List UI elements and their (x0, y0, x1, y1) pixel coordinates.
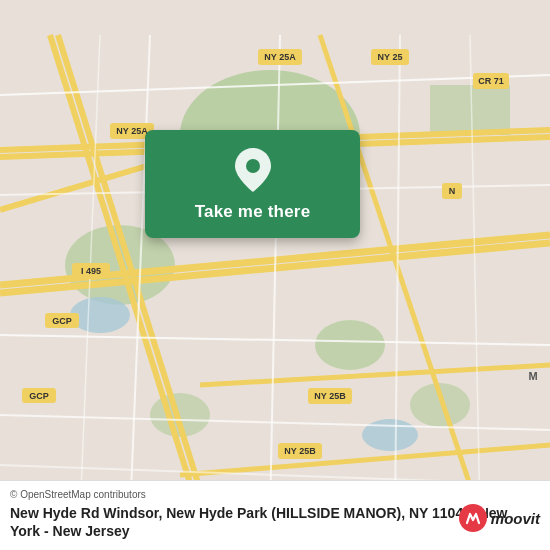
svg-point-51 (246, 159, 260, 173)
moovit-logo: moovit (459, 504, 540, 532)
map-svg: NY 25A NY 25A NY 25A NY 25 CR 71 N I 495… (0, 0, 550, 550)
svg-text:GCP: GCP (29, 391, 49, 401)
moovit-logo-icon (459, 504, 487, 532)
svg-text:I 495: I 495 (81, 266, 101, 276)
svg-text:GCP: GCP (52, 316, 72, 326)
svg-text:NY 25: NY 25 (378, 52, 403, 62)
take-me-there-button[interactable]: Take me there (195, 202, 311, 222)
moovit-brand-text: moovit (491, 510, 540, 527)
location-pin-icon (235, 148, 271, 192)
take-me-there-panel[interactable]: Take me there (145, 130, 360, 238)
svg-line-17 (180, 445, 550, 475)
map-container: NY 25A NY 25A NY 25A NY 25 CR 71 N I 495… (0, 0, 550, 550)
svg-text:NY 25A: NY 25A (116, 126, 148, 136)
svg-line-20 (0, 415, 550, 430)
bottom-bar: © OpenStreetMap contributors New Hyde Rd… (0, 480, 550, 550)
svg-line-19 (0, 335, 550, 345)
svg-text:M: M (528, 370, 537, 382)
osm-attribution: © OpenStreetMap contributors (10, 489, 540, 500)
svg-text:CR 71: CR 71 (478, 76, 504, 86)
svg-rect-5 (430, 85, 510, 135)
svg-text:N: N (449, 186, 456, 196)
svg-text:NY 25B: NY 25B (314, 391, 346, 401)
svg-point-7 (362, 419, 418, 451)
svg-line-16 (200, 365, 550, 385)
svg-text:NY 25A: NY 25A (264, 52, 296, 62)
svg-text:NY 25B: NY 25B (284, 446, 316, 456)
svg-point-2 (315, 320, 385, 370)
svg-point-6 (70, 297, 130, 333)
